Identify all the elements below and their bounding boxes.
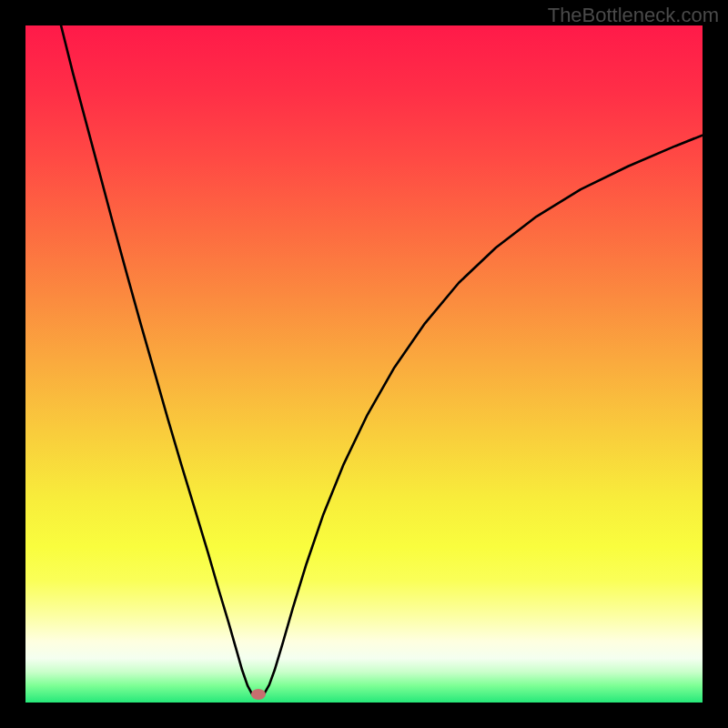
chart-background (25, 25, 703, 703)
watermark-text: TheBottleneck.com (548, 4, 719, 27)
minimum-marker (251, 689, 266, 700)
chart-plot-area (25, 25, 703, 703)
chart-svg (25, 25, 703, 703)
